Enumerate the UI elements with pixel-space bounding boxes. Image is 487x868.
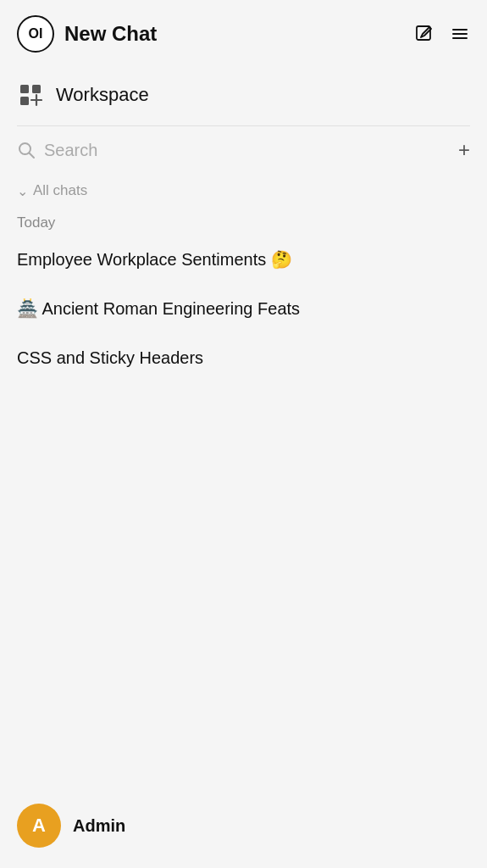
add-chat-button[interactable]: + bbox=[458, 138, 470, 162]
workspace-row[interactable]: Workspace bbox=[0, 68, 487, 122]
svg-rect-5 bbox=[32, 85, 41, 93]
user-avatar: A bbox=[17, 804, 61, 848]
logo-text: OI bbox=[29, 26, 43, 42]
edit-button[interactable] bbox=[414, 24, 434, 44]
chat-item-2[interactable]: 🏯 Ancient Roman Engineering Feats bbox=[0, 284, 487, 333]
avatar-letter: A bbox=[32, 815, 46, 837]
svg-rect-4 bbox=[20, 85, 29, 93]
chevron-down-icon: ⌄ bbox=[17, 183, 28, 199]
chat-item-3[interactable]: CSS and Sticky Headers bbox=[0, 333, 487, 382]
header-icons bbox=[414, 24, 470, 44]
section-title-today: Today bbox=[17, 214, 55, 231]
page-title: New Chat bbox=[64, 22, 414, 46]
app-container: OI New Chat bbox=[0, 0, 487, 868]
search-input[interactable] bbox=[44, 141, 458, 160]
logo-badge: OI bbox=[17, 15, 54, 53]
svg-line-10 bbox=[30, 153, 35, 159]
search-icon-wrap bbox=[17, 141, 36, 159]
chat-item-text-1: Employee Workplace Sentiments 🤔 bbox=[17, 248, 292, 270]
workspace-icon bbox=[17, 81, 44, 108]
chat-item-text-2: 🏯 Ancient Roman Engineering Feats bbox=[17, 298, 300, 320]
menu-icon bbox=[450, 24, 470, 44]
section-today: Today bbox=[0, 206, 487, 235]
all-chats-row[interactable]: ⌄ All chats bbox=[0, 170, 487, 206]
menu-button[interactable] bbox=[450, 24, 470, 44]
chat-item-1[interactable]: Employee Workplace Sentiments 🤔 bbox=[0, 235, 487, 284]
bottom-user-row[interactable]: A Admin bbox=[0, 783, 487, 868]
chat-item-text-3: CSS and Sticky Headers bbox=[17, 347, 203, 369]
header: OI New Chat bbox=[0, 0, 487, 68]
search-row: + bbox=[0, 130, 487, 170]
user-name: Admin bbox=[73, 816, 125, 836]
workspace-label: Workspace bbox=[56, 84, 149, 106]
plus-icon: + bbox=[458, 138, 470, 162]
search-icon bbox=[17, 141, 36, 159]
all-chats-label: All chats bbox=[33, 182, 87, 199]
svg-rect-6 bbox=[20, 97, 29, 105]
divider-1 bbox=[17, 125, 470, 126]
grid-plus-icon bbox=[19, 83, 42, 107]
edit-icon bbox=[414, 24, 434, 44]
